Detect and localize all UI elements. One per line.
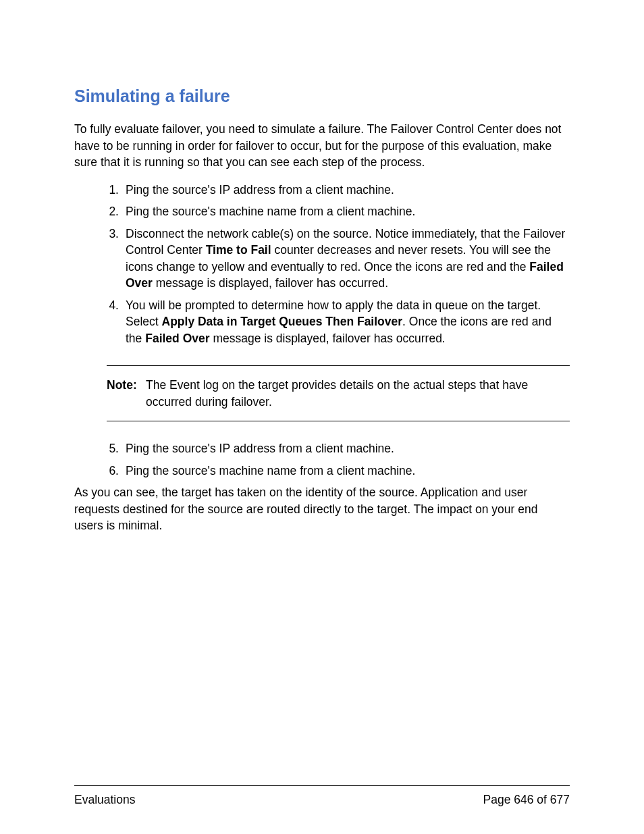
list-number: 3. [107,226,126,292]
list-text: Ping the source's IP address from a clie… [126,182,570,199]
text-segment: message is displayed, failover has occur… [210,332,446,345]
list-text: Disconnect the network cable(s) on the s… [126,226,570,292]
note-text: The Event log on the target provides det… [146,377,570,410]
list-item: 3. Disconnect the network cable(s) on th… [107,226,570,292]
outro-paragraph: As you can see, the target has taken on … [74,484,570,534]
list-item: 6. Ping the source's machine name from a… [107,463,570,479]
text-segment: message is displayed, failover has occur… [153,276,388,290]
list-item: 4. You will be prompted to determine how… [107,297,570,347]
list-number: 2. [107,203,126,220]
bold-text: Time to Fail [206,243,271,257]
list-item: 5. Ping the source's IP address from a c… [107,440,570,457]
footer-section-name: Evaluations [74,793,135,807]
bold-text: Apply Data in Target Queues Then Failove… [162,315,403,328]
list-number: 1. [107,182,126,199]
ordered-list: 1. Ping the source's IP address from a c… [74,182,570,347]
list-text: You will be prompted to determine how to… [126,297,570,347]
note-row: Note: The Event log on the target provid… [107,377,570,410]
bold-text: Failed Over [145,332,209,345]
intro-paragraph: To fully evaluate failover, you need to … [74,121,570,171]
list-item: 2. Ping the source's machine name from a… [107,203,570,220]
list-number: 6. [107,463,126,479]
page-content: Simulating a failure To fully evaluate f… [0,0,644,534]
note-block: Note: The Event log on the target provid… [107,365,570,421]
list-text: Ping the source's IP address from a clie… [126,440,570,457]
list-number: 5. [107,440,126,457]
list-item: 1. Ping the source's IP address from a c… [107,182,570,199]
list-text: Ping the source's machine name from a cl… [126,203,570,220]
note-label: Note: [107,377,146,410]
list-number: 4. [107,297,126,347]
section-heading: Simulating a failure [74,86,570,106]
list-text: Ping the source's machine name from a cl… [126,463,570,479]
footer-page-number: Page 646 of 677 [483,793,570,807]
ordered-list-continued: 5. Ping the source's IP address from a c… [74,440,570,479]
page-footer: Evaluations Page 646 of 677 [74,785,570,807]
